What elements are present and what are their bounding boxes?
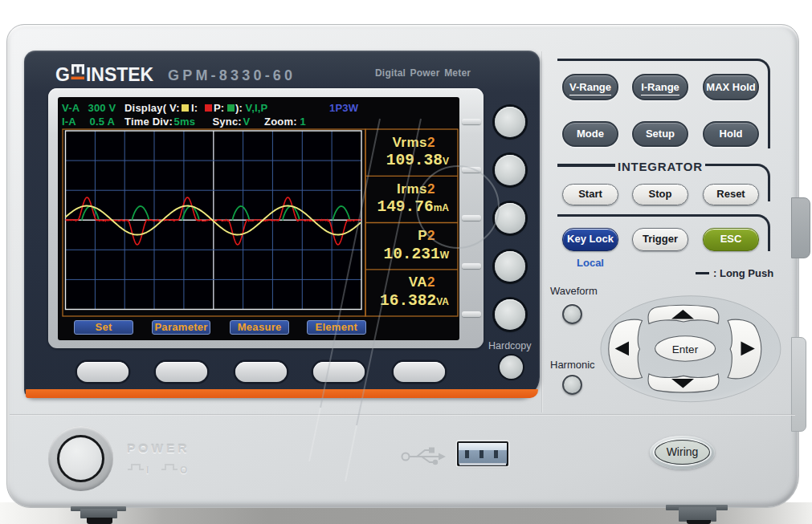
svg-text:Enter: Enter <box>672 343 699 355</box>
